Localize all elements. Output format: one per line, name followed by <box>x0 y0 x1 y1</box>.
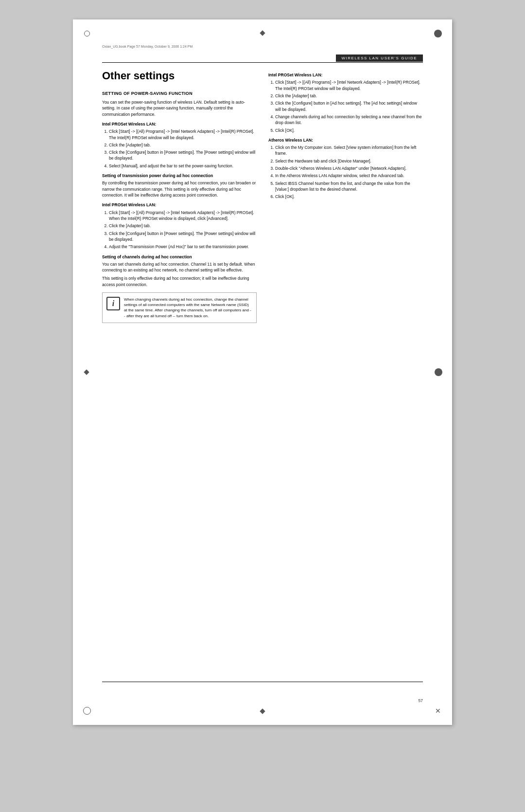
corner-mark-br: ✕ <box>434 706 442 715</box>
intel-proset-steps1: Click [Start] -> [(All) Programs] -> [In… <box>109 128 257 169</box>
section3-heading: Setting of channels during ad hoc connec… <box>102 254 257 260</box>
corner-mark-bl <box>83 706 91 715</box>
edge-mark-left <box>83 368 90 376</box>
corner-mark-tr <box>434 29 442 38</box>
bottom-rule <box>102 682 423 682</box>
list-item: Click the [Configure] button in [Power s… <box>109 149 257 162</box>
intel-proset-label1: Intel PROSet Wireless LAN: <box>102 121 257 127</box>
list-item: Click the [Configure] button in [Ad hoc … <box>275 100 423 112</box>
edge-mark-top <box>259 29 266 37</box>
header-bar: Wireless LAN User's Guide <box>336 54 423 62</box>
page-number: 57 <box>419 698 423 703</box>
left-column: Other settings SETTING OF POWER-SAVING F… <box>102 68 257 686</box>
list-item: Click [Start] -> [(All) Programs] -> [In… <box>109 128 257 141</box>
right-column: Intel PROSet Wireless LAN: Click [Start]… <box>268 68 423 686</box>
edge-mark-bottom <box>259 707 266 715</box>
list-item: Change channels during ad hoc connection… <box>275 114 423 126</box>
list-item: Click [OK]. <box>275 194 423 199</box>
list-item: Click on the My Computer icon. Select [V… <box>275 144 423 157</box>
main-content: Other settings SETTING OF POWER-SAVING F… <box>102 68 423 686</box>
intel-proset-label2: Intel PROSet Wireless LAN: <box>102 202 257 208</box>
file-info: Oxian_UG.book Page 57 Monday, October 9,… <box>102 45 192 48</box>
list-item: Click [Start] -> [(All) Programs] -> [In… <box>109 210 257 222</box>
info-box: i When changing channels during ad hoc c… <box>102 292 257 323</box>
list-item: Select the Hardware tab and click [Devic… <box>275 158 423 164</box>
intel-proset-label-r1: Intel PROSet Wireless LAN: <box>268 72 423 78</box>
info-text: When changing channels during ad hoc con… <box>124 297 252 319</box>
section3-p1: You can set channels during ad hoc conne… <box>102 261 257 273</box>
info-icon: i <box>106 297 120 310</box>
atheros-label: Atheros Wireless LAN: <box>268 137 423 143</box>
list-item: Click the [Adapter] tab. <box>109 223 257 229</box>
list-item: Click the [Configure] button in [Power s… <box>109 231 257 243</box>
list-item: Click [Start] -> [(All) Programs] -> [In… <box>275 79 423 91</box>
section1-intro: You can set the power-saving function of… <box>102 99 257 117</box>
section2-heading: Setting of transmission power during ad … <box>102 173 257 179</box>
list-item: Click the [Adapter] tab. <box>275 93 423 99</box>
page-title: Other settings <box>102 68 257 84</box>
list-item: Select [Manual], and adjust the bar to s… <box>109 163 257 169</box>
document-page: ✕ Oxian_UG.book Page 57 Monday, October … <box>73 19 452 725</box>
list-item: Click [OK]. <box>275 127 423 133</box>
list-item: Click the [Adapter] tab. <box>109 142 257 148</box>
corner-mark-tl <box>83 29 91 38</box>
top-rule <box>102 62 423 63</box>
list-item: Select IBSS Channel Number from the list… <box>275 180 423 193</box>
edge-mark-right <box>435 368 442 376</box>
section2-intro: By controlling the transmission power du… <box>102 180 257 198</box>
section3-p2: This setting is only effective during ad… <box>102 275 257 288</box>
list-item: Adjust the "Transmission Power (Ad Hoc)"… <box>109 244 257 250</box>
list-item: Double-click "Atheros Wireless LAN Adapt… <box>275 165 423 171</box>
intel-proset-steps-r1: Click [Start] -> [(All) Programs] -> [In… <box>275 79 423 133</box>
atheros-steps: Click on the My Computer icon. Select [V… <box>275 144 423 200</box>
section1-heading: SETTING OF POWER-SAVING FUNCTION <box>102 90 257 97</box>
intel-proset-steps2: Click [Start] -> [(All) Programs] -> [In… <box>109 210 257 250</box>
list-item: In the Atheros Wireless LAN Adapter wind… <box>275 173 423 179</box>
